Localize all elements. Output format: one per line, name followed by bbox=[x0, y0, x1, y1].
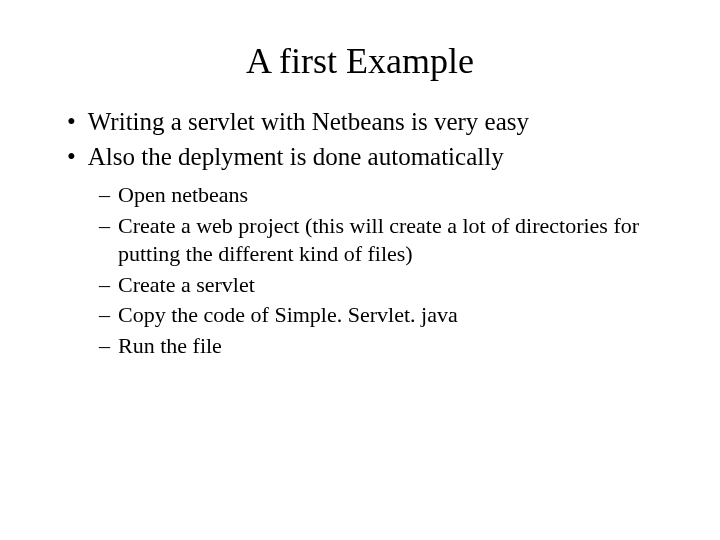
sub-text: Create a web project (this will create a… bbox=[118, 212, 665, 269]
sub-item: – Run the file bbox=[99, 332, 665, 361]
main-bullet-list: • Writing a servlet with Netbeans is ver… bbox=[55, 106, 665, 173]
sub-item: – Open netbeans bbox=[99, 181, 665, 210]
bullet-marker: • bbox=[67, 106, 76, 139]
sub-item: – Copy the code of Simple. Servlet. java bbox=[99, 301, 665, 330]
dash-marker: – bbox=[99, 332, 110, 361]
bullet-text: Also the deplyment is done automatically bbox=[88, 141, 665, 174]
sub-text: Open netbeans bbox=[118, 181, 665, 210]
dash-marker: – bbox=[99, 212, 110, 269]
bullet-item: • Also the deplyment is done automatical… bbox=[67, 141, 665, 174]
sub-text: Create a servlet bbox=[118, 271, 665, 300]
bullet-text: Writing a servlet with Netbeans is very … bbox=[88, 106, 665, 139]
bullet-marker: • bbox=[67, 141, 76, 174]
dash-marker: – bbox=[99, 301, 110, 330]
sub-bullet-list: – Open netbeans – Create a web project (… bbox=[55, 181, 665, 361]
dash-marker: – bbox=[99, 271, 110, 300]
sub-item: – Create a web project (this will create… bbox=[99, 212, 665, 269]
sub-text: Copy the code of Simple. Servlet. java bbox=[118, 301, 665, 330]
sub-item: – Create a servlet bbox=[99, 271, 665, 300]
sub-text: Run the file bbox=[118, 332, 665, 361]
slide-title: A first Example bbox=[55, 40, 665, 82]
bullet-item: • Writing a servlet with Netbeans is ver… bbox=[67, 106, 665, 139]
dash-marker: – bbox=[99, 181, 110, 210]
